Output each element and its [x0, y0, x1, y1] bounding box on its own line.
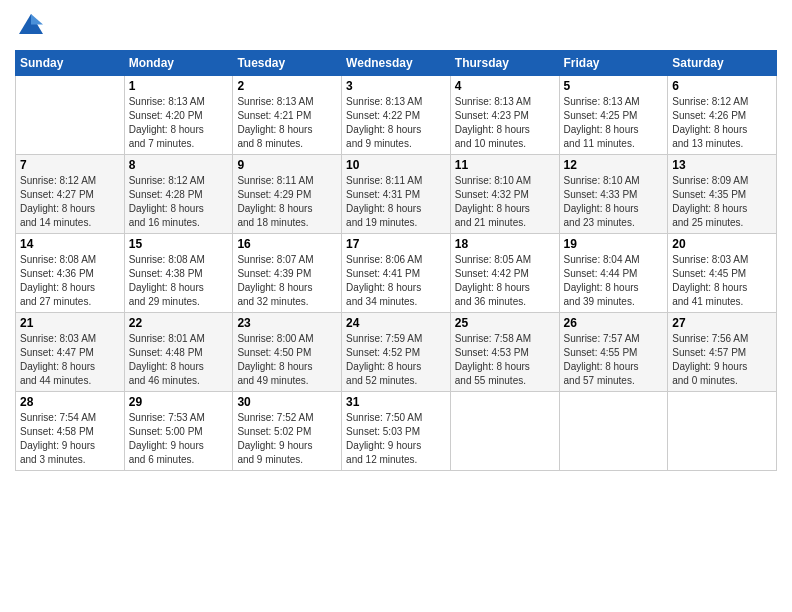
weekday-header-thursday: Thursday [450, 51, 559, 76]
calendar-cell [668, 392, 777, 471]
calendar-cell: 26Sunrise: 7:57 AM Sunset: 4:55 PM Dayli… [559, 313, 668, 392]
weekday-header-tuesday: Tuesday [233, 51, 342, 76]
calendar-cell: 10Sunrise: 8:11 AM Sunset: 4:31 PM Dayli… [342, 155, 451, 234]
header [15, 10, 777, 42]
day-info: Sunrise: 8:12 AM Sunset: 4:27 PM Dayligh… [20, 174, 120, 230]
calendar-cell: 14Sunrise: 8:08 AM Sunset: 4:36 PM Dayli… [16, 234, 125, 313]
day-info: Sunrise: 7:58 AM Sunset: 4:53 PM Dayligh… [455, 332, 555, 388]
day-info: Sunrise: 8:03 AM Sunset: 4:47 PM Dayligh… [20, 332, 120, 388]
day-info: Sunrise: 8:01 AM Sunset: 4:48 PM Dayligh… [129, 332, 229, 388]
calendar-cell: 16Sunrise: 8:07 AM Sunset: 4:39 PM Dayli… [233, 234, 342, 313]
day-info: Sunrise: 8:12 AM Sunset: 4:28 PM Dayligh… [129, 174, 229, 230]
day-number: 22 [129, 316, 229, 330]
day-number: 19 [564, 237, 664, 251]
day-info: Sunrise: 8:00 AM Sunset: 4:50 PM Dayligh… [237, 332, 337, 388]
calendar-cell: 1Sunrise: 8:13 AM Sunset: 4:20 PM Daylig… [124, 76, 233, 155]
day-info: Sunrise: 8:13 AM Sunset: 4:22 PM Dayligh… [346, 95, 446, 151]
calendar-cell: 20Sunrise: 8:03 AM Sunset: 4:45 PM Dayli… [668, 234, 777, 313]
calendar-cell: 4Sunrise: 8:13 AM Sunset: 4:23 PM Daylig… [450, 76, 559, 155]
day-number: 24 [346, 316, 446, 330]
day-number: 1 [129, 79, 229, 93]
calendar-cell: 21Sunrise: 8:03 AM Sunset: 4:47 PM Dayli… [16, 313, 125, 392]
weekday-header-sunday: Sunday [16, 51, 125, 76]
calendar-cell: 2Sunrise: 8:13 AM Sunset: 4:21 PM Daylig… [233, 76, 342, 155]
day-number: 17 [346, 237, 446, 251]
day-number: 9 [237, 158, 337, 172]
day-number: 27 [672, 316, 772, 330]
day-info: Sunrise: 8:12 AM Sunset: 4:26 PM Dayligh… [672, 95, 772, 151]
weekday-header-saturday: Saturday [668, 51, 777, 76]
page: SundayMondayTuesdayWednesdayThursdayFrid… [0, 0, 792, 612]
day-info: Sunrise: 8:08 AM Sunset: 4:38 PM Dayligh… [129, 253, 229, 309]
day-info: Sunrise: 8:13 AM Sunset: 4:21 PM Dayligh… [237, 95, 337, 151]
day-info: Sunrise: 8:06 AM Sunset: 4:41 PM Dayligh… [346, 253, 446, 309]
calendar-cell: 24Sunrise: 7:59 AM Sunset: 4:52 PM Dayli… [342, 313, 451, 392]
day-info: Sunrise: 7:50 AM Sunset: 5:03 PM Dayligh… [346, 411, 446, 467]
calendar-cell: 22Sunrise: 8:01 AM Sunset: 4:48 PM Dayli… [124, 313, 233, 392]
week-row-2: 7Sunrise: 8:12 AM Sunset: 4:27 PM Daylig… [16, 155, 777, 234]
day-info: Sunrise: 7:59 AM Sunset: 4:52 PM Dayligh… [346, 332, 446, 388]
weekday-header-row: SundayMondayTuesdayWednesdayThursdayFrid… [16, 51, 777, 76]
day-number: 25 [455, 316, 555, 330]
day-info: Sunrise: 7:57 AM Sunset: 4:55 PM Dayligh… [564, 332, 664, 388]
calendar-cell [16, 76, 125, 155]
logo [15, 10, 51, 42]
day-info: Sunrise: 8:05 AM Sunset: 4:42 PM Dayligh… [455, 253, 555, 309]
week-row-4: 21Sunrise: 8:03 AM Sunset: 4:47 PM Dayli… [16, 313, 777, 392]
calendar-cell: 8Sunrise: 8:12 AM Sunset: 4:28 PM Daylig… [124, 155, 233, 234]
calendar-cell [450, 392, 559, 471]
calendar-cell: 25Sunrise: 7:58 AM Sunset: 4:53 PM Dayli… [450, 313, 559, 392]
day-number: 21 [20, 316, 120, 330]
calendar-cell: 11Sunrise: 8:10 AM Sunset: 4:32 PM Dayli… [450, 155, 559, 234]
day-info: Sunrise: 8:11 AM Sunset: 4:29 PM Dayligh… [237, 174, 337, 230]
calendar-cell: 29Sunrise: 7:53 AM Sunset: 5:00 PM Dayli… [124, 392, 233, 471]
day-number: 30 [237, 395, 337, 409]
day-number: 26 [564, 316, 664, 330]
day-number: 12 [564, 158, 664, 172]
week-row-5: 28Sunrise: 7:54 AM Sunset: 4:58 PM Dayli… [16, 392, 777, 471]
svg-marker-1 [31, 14, 43, 24]
calendar-cell: 9Sunrise: 8:11 AM Sunset: 4:29 PM Daylig… [233, 155, 342, 234]
day-info: Sunrise: 8:13 AM Sunset: 4:25 PM Dayligh… [564, 95, 664, 151]
day-number: 5 [564, 79, 664, 93]
calendar: SundayMondayTuesdayWednesdayThursdayFrid… [15, 50, 777, 471]
weekday-header-wednesday: Wednesday [342, 51, 451, 76]
day-number: 3 [346, 79, 446, 93]
calendar-cell: 28Sunrise: 7:54 AM Sunset: 4:58 PM Dayli… [16, 392, 125, 471]
day-info: Sunrise: 8:08 AM Sunset: 4:36 PM Dayligh… [20, 253, 120, 309]
calendar-cell: 27Sunrise: 7:56 AM Sunset: 4:57 PM Dayli… [668, 313, 777, 392]
calendar-cell: 17Sunrise: 8:06 AM Sunset: 4:41 PM Dayli… [342, 234, 451, 313]
calendar-cell: 7Sunrise: 8:12 AM Sunset: 4:27 PM Daylig… [16, 155, 125, 234]
day-number: 10 [346, 158, 446, 172]
weekday-header-friday: Friday [559, 51, 668, 76]
calendar-cell [559, 392, 668, 471]
day-number: 29 [129, 395, 229, 409]
week-row-3: 14Sunrise: 8:08 AM Sunset: 4:36 PM Dayli… [16, 234, 777, 313]
day-info: Sunrise: 7:54 AM Sunset: 4:58 PM Dayligh… [20, 411, 120, 467]
calendar-cell: 19Sunrise: 8:04 AM Sunset: 4:44 PM Dayli… [559, 234, 668, 313]
day-info: Sunrise: 8:09 AM Sunset: 4:35 PM Dayligh… [672, 174, 772, 230]
day-number: 8 [129, 158, 229, 172]
day-number: 18 [455, 237, 555, 251]
day-number: 20 [672, 237, 772, 251]
calendar-cell: 12Sunrise: 8:10 AM Sunset: 4:33 PM Dayli… [559, 155, 668, 234]
day-number: 11 [455, 158, 555, 172]
day-number: 2 [237, 79, 337, 93]
day-number: 7 [20, 158, 120, 172]
calendar-cell: 15Sunrise: 8:08 AM Sunset: 4:38 PM Dayli… [124, 234, 233, 313]
day-info: Sunrise: 8:10 AM Sunset: 4:32 PM Dayligh… [455, 174, 555, 230]
day-number: 23 [237, 316, 337, 330]
day-number: 4 [455, 79, 555, 93]
day-number: 13 [672, 158, 772, 172]
calendar-cell: 30Sunrise: 7:52 AM Sunset: 5:02 PM Dayli… [233, 392, 342, 471]
day-info: Sunrise: 8:11 AM Sunset: 4:31 PM Dayligh… [346, 174, 446, 230]
day-info: Sunrise: 7:56 AM Sunset: 4:57 PM Dayligh… [672, 332, 772, 388]
day-info: Sunrise: 7:53 AM Sunset: 5:00 PM Dayligh… [129, 411, 229, 467]
day-info: Sunrise: 8:13 AM Sunset: 4:20 PM Dayligh… [129, 95, 229, 151]
day-info: Sunrise: 8:10 AM Sunset: 4:33 PM Dayligh… [564, 174, 664, 230]
calendar-cell: 18Sunrise: 8:05 AM Sunset: 4:42 PM Dayli… [450, 234, 559, 313]
day-number: 14 [20, 237, 120, 251]
day-info: Sunrise: 8:04 AM Sunset: 4:44 PM Dayligh… [564, 253, 664, 309]
calendar-cell: 3Sunrise: 8:13 AM Sunset: 4:22 PM Daylig… [342, 76, 451, 155]
day-number: 16 [237, 237, 337, 251]
